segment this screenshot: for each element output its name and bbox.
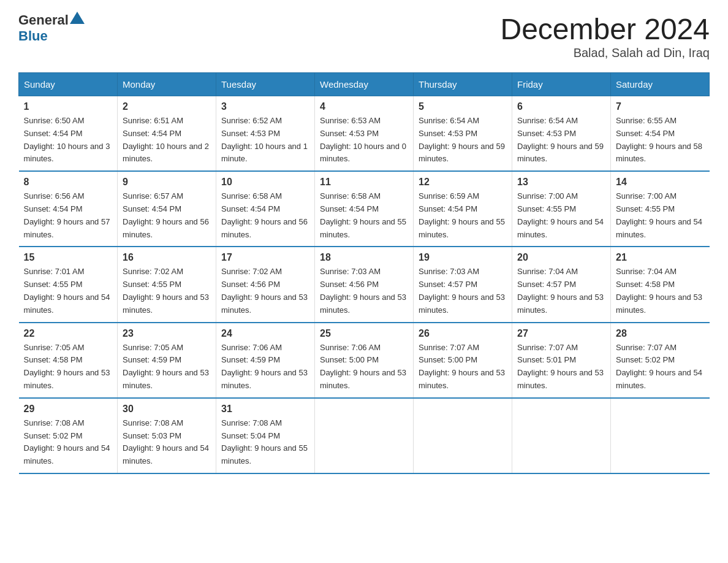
day-cell [512,398,611,473]
day-cell: 21 Sunrise: 7:04 AM Sunset: 4:58 PM Dayl… [611,247,710,322]
day-cell: 30 Sunrise: 7:08 AM Sunset: 5:03 PM Dayl… [118,398,216,473]
day-number: 12 [419,177,507,188]
day-info: Sunrise: 6:53 AM Sunset: 4:53 PM Dayligh… [320,115,408,166]
day-info: Sunrise: 6:58 AM Sunset: 4:54 PM Dayligh… [221,190,309,241]
day-number: 5 [419,101,507,112]
day-number: 7 [616,101,705,112]
day-info: Sunrise: 7:07 AM Sunset: 5:02 PM Dayligh… [616,342,705,393]
day-cell: 1 Sunrise: 6:50 AM Sunset: 4:54 PM Dayli… [19,96,118,172]
day-info: Sunrise: 7:00 AM Sunset: 4:55 PM Dayligh… [517,190,605,241]
day-cell: 2 Sunrise: 6:51 AM Sunset: 4:54 PM Dayli… [118,96,216,172]
day-cell: 25 Sunrise: 7:06 AM Sunset: 5:00 PM Dayl… [315,323,414,398]
day-info: Sunrise: 6:56 AM Sunset: 4:54 PM Dayligh… [24,190,113,241]
day-info: Sunrise: 7:02 AM Sunset: 4:56 PM Dayligh… [221,266,309,316]
day-number: 17 [221,252,309,263]
page-header: General Blue December 2024 Balad, Salah … [18,12,710,60]
day-cell: 7 Sunrise: 6:55 AM Sunset: 4:54 PM Dayli… [611,96,710,172]
calendar-table: SundayMondayTuesdayWednesdayThursdayFrid… [18,72,710,474]
day-info: Sunrise: 6:58 AM Sunset: 4:54 PM Dayligh… [320,190,408,241]
day-info: Sunrise: 7:05 AM Sunset: 4:58 PM Dayligh… [24,342,113,393]
day-number: 18 [320,252,408,263]
day-cell: 24 Sunrise: 7:06 AM Sunset: 4:59 PM Dayl… [216,323,315,398]
day-info: Sunrise: 7:06 AM Sunset: 5:00 PM Dayligh… [320,342,408,393]
logo-triangle-icon [70,12,85,24]
day-cell [315,398,414,473]
header-thursday: Thursday [414,73,512,96]
header-monday: Monday [118,73,216,96]
day-info: Sunrise: 6:55 AM Sunset: 4:54 PM Dayligh… [616,115,705,166]
day-info: Sunrise: 6:51 AM Sunset: 4:54 PM Dayligh… [123,115,211,166]
day-cell: 14 Sunrise: 7:00 AM Sunset: 4:55 PM Dayl… [611,171,710,247]
day-cell: 9 Sunrise: 6:57 AM Sunset: 4:54 PM Dayli… [118,171,216,247]
day-cell: 20 Sunrise: 7:04 AM Sunset: 4:57 PM Dayl… [512,247,611,322]
day-cell: 10 Sunrise: 6:58 AM Sunset: 4:54 PM Dayl… [216,171,315,247]
day-number: 2 [123,101,211,112]
day-number: 9 [123,177,211,188]
logo-blue-text: Blue [18,28,48,44]
day-info: Sunrise: 6:50 AM Sunset: 4:54 PM Dayligh… [24,115,113,166]
day-info: Sunrise: 7:00 AM Sunset: 4:55 PM Dayligh… [616,190,705,241]
header-friday: Friday [512,73,611,96]
day-number: 3 [221,101,309,112]
day-info: Sunrise: 7:08 AM Sunset: 5:04 PM Dayligh… [221,417,309,468]
day-info: Sunrise: 6:54 AM Sunset: 4:53 PM Dayligh… [517,115,605,166]
day-cell: 31 Sunrise: 7:08 AM Sunset: 5:04 PM Dayl… [216,398,315,473]
day-info: Sunrise: 7:02 AM Sunset: 4:55 PM Dayligh… [123,266,211,316]
day-info: Sunrise: 7:03 AM Sunset: 4:56 PM Dayligh… [320,266,408,316]
day-cell: 8 Sunrise: 6:56 AM Sunset: 4:54 PM Dayli… [19,171,118,247]
day-number: 25 [320,328,408,339]
title-section: December 2024 Balad, Salah ad Din, Iraq [500,12,710,60]
day-number: 14 [616,177,705,188]
day-info: Sunrise: 7:05 AM Sunset: 4:59 PM Dayligh… [123,342,211,393]
day-cell: 23 Sunrise: 7:05 AM Sunset: 4:59 PM Dayl… [118,323,216,398]
day-cell: 19 Sunrise: 7:03 AM Sunset: 4:57 PM Dayl… [414,247,512,322]
day-cell: 17 Sunrise: 7:02 AM Sunset: 4:56 PM Dayl… [216,247,315,322]
day-cell: 15 Sunrise: 7:01 AM Sunset: 4:55 PM Dayl… [19,247,118,322]
day-info: Sunrise: 7:08 AM Sunset: 5:02 PM Dayligh… [24,417,113,468]
day-info: Sunrise: 7:03 AM Sunset: 4:57 PM Dayligh… [419,266,507,316]
day-info: Sunrise: 6:54 AM Sunset: 4:53 PM Dayligh… [419,115,507,166]
day-number: 1 [24,101,113,112]
day-info: Sunrise: 7:07 AM Sunset: 5:01 PM Dayligh… [517,342,605,393]
day-number: 23 [123,328,211,339]
day-number: 29 [24,404,113,415]
logo-general-text: General [18,12,69,28]
day-cell [611,398,710,473]
day-cell: 5 Sunrise: 6:54 AM Sunset: 4:53 PM Dayli… [414,96,512,172]
day-number: 19 [419,252,507,263]
day-number: 10 [221,177,309,188]
day-info: Sunrise: 7:06 AM Sunset: 4:59 PM Dayligh… [221,342,309,393]
day-cell: 13 Sunrise: 7:00 AM Sunset: 4:55 PM Dayl… [512,171,611,247]
day-number: 13 [517,177,605,188]
day-number: 4 [320,101,408,112]
header-saturday: Saturday [611,73,710,96]
day-number: 16 [123,252,211,263]
day-number: 6 [517,101,605,112]
header-tuesday: Tuesday [216,73,315,96]
week-row-2: 8 Sunrise: 6:56 AM Sunset: 4:54 PM Dayli… [19,171,710,247]
day-info: Sunrise: 7:04 AM Sunset: 4:58 PM Dayligh… [616,266,705,316]
day-cell: 3 Sunrise: 6:52 AM Sunset: 4:53 PM Dayli… [216,96,315,172]
day-cell: 11 Sunrise: 6:58 AM Sunset: 4:54 PM Dayl… [315,171,414,247]
logo: General Blue [18,12,85,44]
day-number: 20 [517,252,605,263]
day-cell: 16 Sunrise: 7:02 AM Sunset: 4:55 PM Dayl… [118,247,216,322]
header-wednesday: Wednesday [315,73,414,96]
day-info: Sunrise: 7:07 AM Sunset: 5:00 PM Dayligh… [419,342,507,393]
day-number: 8 [24,177,113,188]
day-cell: 29 Sunrise: 7:08 AM Sunset: 5:02 PM Dayl… [19,398,118,473]
day-info: Sunrise: 7:04 AM Sunset: 4:57 PM Dayligh… [517,266,605,316]
day-info: Sunrise: 6:59 AM Sunset: 4:54 PM Dayligh… [419,190,507,241]
week-row-1: 1 Sunrise: 6:50 AM Sunset: 4:54 PM Dayli… [19,96,710,172]
day-info: Sunrise: 6:52 AM Sunset: 4:53 PM Dayligh… [221,115,309,166]
day-number: 22 [24,328,113,339]
week-row-5: 29 Sunrise: 7:08 AM Sunset: 5:02 PM Dayl… [19,398,710,473]
day-cell: 28 Sunrise: 7:07 AM Sunset: 5:02 PM Dayl… [611,323,710,398]
day-number: 24 [221,328,309,339]
day-info: Sunrise: 7:01 AM Sunset: 4:55 PM Dayligh… [24,266,113,316]
header-sunday: Sunday [19,73,118,96]
day-number: 30 [123,404,211,415]
day-info: Sunrise: 6:57 AM Sunset: 4:54 PM Dayligh… [123,190,211,241]
day-cell [414,398,512,473]
day-cell: 22 Sunrise: 7:05 AM Sunset: 4:58 PM Dayl… [19,323,118,398]
